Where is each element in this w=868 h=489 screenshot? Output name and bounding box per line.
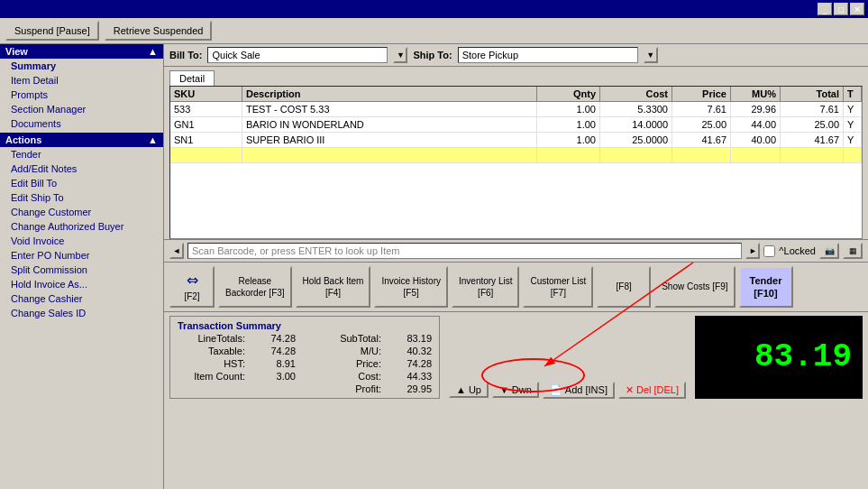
scan-next-button[interactable]: ► bbox=[745, 243, 760, 259]
sidebar: View ▲ Summary Item Detail Prompts Secti… bbox=[0, 44, 164, 489]
transaction-title: Transaction Summary bbox=[178, 320, 432, 331]
view-label: View bbox=[5, 46, 28, 57]
cell-cost: 14.0000 bbox=[600, 117, 672, 132]
del-button[interactable]: ✕ Del [DEL] bbox=[618, 382, 686, 399]
cell-desc: BARIO IN WONDERLAND bbox=[242, 117, 537, 132]
cell-qnty: 1.00 bbox=[537, 117, 600, 132]
cell-mu: 29.96 bbox=[731, 102, 781, 116]
sidebar-item-hold-invoice[interactable]: Hold Invoice As... bbox=[0, 277, 163, 291]
sidebar-item-documents[interactable]: Documents bbox=[0, 116, 163, 131]
cell-price: 7.61 bbox=[672, 102, 731, 116]
scan-prev-button[interactable]: ◄ bbox=[169, 243, 184, 259]
col-t: T bbox=[844, 87, 862, 101]
f5-button[interactable]: Invoice History[F5] bbox=[374, 266, 448, 308]
f9-button[interactable]: Show Costs [F9] bbox=[654, 266, 735, 308]
actions-collapse-icon[interactable]: ▲ bbox=[148, 134, 158, 145]
hst-label: HST: bbox=[178, 358, 245, 369]
f2-button[interactable]: ⇔ [F2] bbox=[169, 266, 215, 308]
cell-t: Y bbox=[844, 102, 862, 116]
suspend-button[interactable]: Suspend [Pause] bbox=[5, 21, 99, 41]
table-row[interactable]: 533 TEST - COST 5.33 1.00 5.3300 7.61 29… bbox=[170, 102, 862, 117]
bill-to-dropdown[interactable]: ▼ bbox=[393, 47, 407, 63]
f7-button[interactable]: Customer List[F7] bbox=[523, 266, 593, 308]
transaction-summary: Transaction Summary LineTotals: 74.28 Ta… bbox=[169, 316, 440, 399]
cell-price: 25.00 bbox=[672, 117, 731, 132]
sidebar-item-section-manager[interactable]: Section Manager bbox=[0, 102, 163, 116]
item-count-value: 3.00 bbox=[251, 371, 296, 382]
table-row[interactable]: SN1 SUPER BARIO III 1.00 25.0000 41.67 4… bbox=[170, 133, 862, 148]
maximize-button[interactable]: □ bbox=[834, 3, 848, 15]
up-label: Up bbox=[469, 384, 481, 395]
cell-desc-empty bbox=[242, 148, 537, 162]
down-button[interactable]: ▼ Dwn bbox=[492, 382, 539, 398]
ship-to-input[interactable] bbox=[458, 47, 638, 63]
total-display: 83.19 bbox=[695, 316, 863, 399]
table-row[interactable]: GN1 BARIO IN WONDERLAND 1.00 14.0000 25.… bbox=[170, 117, 862, 133]
add-button[interactable]: 📄 Add [INS] bbox=[543, 382, 615, 399]
sidebar-item-change-customer[interactable]: Change Customer bbox=[0, 205, 163, 219]
close-button[interactable]: ✕ bbox=[850, 3, 864, 15]
subtotal-row: SubTotal: 83.19 bbox=[314, 333, 432, 344]
cell-cost: 5.3300 bbox=[600, 102, 672, 116]
cell-total: 25.00 bbox=[781, 117, 844, 132]
sidebar-item-change-authorized-buyer[interactable]: Change Authorized Buyer bbox=[0, 219, 163, 234]
line-totals-label: LineTotals: bbox=[178, 333, 245, 344]
cell-sku: SN1 bbox=[170, 133, 242, 147]
tab-bar: Detail bbox=[164, 67, 868, 86]
up-down-buttons: ▲ Up ▼ Dwn 📄 Add [INS] ✕ Del [DEL] bbox=[449, 382, 686, 399]
sidebar-item-summary[interactable]: Summary bbox=[0, 59, 163, 73]
tab-detail[interactable]: Detail bbox=[169, 70, 215, 86]
sidebar-item-edit-ship-to[interactable]: Edit Ship To bbox=[0, 190, 163, 205]
bill-ship-bar: Bill To: ▼ Ship To: ▼ bbox=[164, 44, 868, 67]
sidebar-item-change-sales-id[interactable]: Change Sales ID bbox=[0, 306, 163, 320]
cell-t-empty bbox=[844, 148, 862, 162]
f8-button[interactable]: [F8] bbox=[597, 266, 651, 308]
sidebar-item-add-edit-notes[interactable]: Add/Edit Notes bbox=[0, 161, 163, 176]
profit-label: Profit: bbox=[314, 383, 381, 394]
cell-qnty: 1.00 bbox=[537, 102, 600, 116]
sidebar-item-enter-po-number[interactable]: Enter PO Number bbox=[0, 248, 163, 263]
mu-row: M/U: 40.32 bbox=[314, 346, 432, 356]
table-row-active[interactable] bbox=[170, 148, 862, 163]
locked-checkbox[interactable] bbox=[763, 245, 775, 257]
title-controls: _ □ ✕ bbox=[818, 3, 864, 15]
bill-to-input[interactable] bbox=[207, 47, 388, 63]
sidebar-item-edit-bill-to[interactable]: Edit Bill To bbox=[0, 176, 163, 190]
grid-icon-button[interactable]: ▦ bbox=[843, 243, 863, 259]
price-label: Price: bbox=[314, 358, 381, 369]
view-collapse-icon[interactable]: ▲ bbox=[148, 46, 158, 57]
cell-t: Y bbox=[844, 117, 862, 132]
sidebar-item-item-detail[interactable]: Item Detail bbox=[0, 73, 163, 88]
sidebar-item-tender[interactable]: Tender bbox=[0, 147, 163, 161]
camera-icon-button[interactable]: 📷 bbox=[819, 243, 839, 259]
table-body: 533 TEST - COST 5.33 1.00 5.3300 7.61 29… bbox=[170, 102, 862, 238]
sidebar-item-change-cashier[interactable]: Change Cashier bbox=[0, 291, 163, 306]
up-button[interactable]: ▲ Up bbox=[449, 382, 489, 398]
f3-button[interactable]: ReleaseBackorder [F3] bbox=[218, 266, 292, 308]
col-mu: MU% bbox=[731, 87, 781, 101]
f4-button[interactable]: Hold Back Item[F4] bbox=[296, 266, 371, 308]
col-cost: Cost bbox=[600, 87, 672, 101]
sidebar-item-split-commission[interactable]: Split Commission bbox=[0, 263, 163, 277]
col-sku: SKU bbox=[170, 87, 242, 101]
sidebar-item-void-invoice[interactable]: Void Invoice bbox=[0, 234, 163, 248]
sidebar-item-prompts[interactable]: Prompts bbox=[0, 88, 163, 102]
cell-desc: TEST - COST 5.33 bbox=[242, 102, 537, 116]
ship-to-dropdown[interactable]: ▼ bbox=[644, 47, 658, 63]
f6-button[interactable]: Inventory List[F6] bbox=[452, 266, 519, 308]
cell-cost: 25.0000 bbox=[600, 133, 672, 147]
cell-t: Y bbox=[844, 133, 862, 147]
f10-tender-button[interactable]: Tender[F10] bbox=[739, 266, 793, 308]
cost-row: Cost: 44.33 bbox=[314, 371, 432, 382]
retrieve-suspended-button[interactable]: Retrieve Suspended bbox=[105, 21, 213, 41]
scan-input[interactable] bbox=[187, 243, 742, 259]
toolbar: Suspend [Pause] Retrieve Suspended bbox=[0, 18, 868, 44]
col-desc: Description bbox=[242, 87, 537, 101]
content-area: Bill To: ▼ Ship To: ▼ Detail SKU Descrip… bbox=[164, 44, 868, 489]
scan-bar: ◄ ► ^Locked 📷 ▦ bbox=[164, 239, 868, 263]
minimize-button[interactable]: _ bbox=[818, 3, 832, 15]
line-totals-row: LineTotals: 74.28 bbox=[178, 333, 296, 344]
cell-mu: 44.00 bbox=[731, 117, 781, 132]
locked-area: ^Locked 📷 ▦ bbox=[763, 243, 863, 259]
add-label: Add [INS] bbox=[565, 384, 608, 395]
